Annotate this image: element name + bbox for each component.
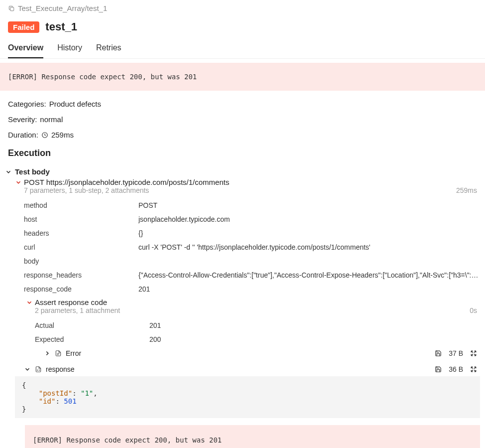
step-post-toggle[interactable]: POST https://jsonplaceholder.typicode.co…: [15, 178, 480, 186]
meta-duration: Duration: 259ms: [8, 131, 477, 139]
param-row: response_code201: [24, 282, 480, 296]
test-body-toggle[interactable]: Test body: [5, 165, 480, 178]
status-badge: Failed: [8, 21, 39, 33]
param-key: Expected: [35, 335, 149, 343]
duration-value: 259ms: [51, 131, 74, 139]
file-text-icon: [55, 350, 62, 357]
param-val: POST: [138, 201, 157, 209]
save-icon[interactable]: [435, 366, 442, 373]
step-post-time: 259ms: [456, 186, 480, 194]
attachment-response-size: 36 B: [449, 365, 463, 373]
param-val: 200: [149, 335, 161, 343]
page-header: Failed test_1: [0, 16, 485, 39]
page-title: test_1: [45, 20, 77, 33]
param-row: Expected200: [35, 332, 480, 346]
param-key: response_headers: [24, 271, 138, 279]
test-body-label: Test body: [15, 167, 50, 176]
param-key: method: [24, 201, 138, 209]
param-val: 201: [138, 285, 150, 293]
param-row: curlcurl -X 'POST' -d '' 'https://jsonpl…: [24, 240, 480, 254]
attachment-response-label: response: [46, 365, 75, 373]
param-key: body: [24, 257, 138, 265]
param-row: hostjsonplaceholder.typicode.com: [24, 212, 480, 226]
param-row: Actual201: [35, 318, 480, 332]
execution-heading: Execution: [0, 143, 485, 161]
assert-time: 0s: [470, 306, 480, 314]
tab-retries[interactable]: Retries: [96, 39, 121, 58]
duration-label: Duration:: [8, 131, 38, 139]
expand-icon[interactable]: [470, 366, 477, 373]
assert-subtitle: 2 parameters, 1 attachment: [35, 306, 120, 314]
param-key: headers: [24, 229, 138, 237]
error-banner-bottom: [ERROR] Response code expect 200, but wa…: [25, 425, 480, 448]
meta-categories: Categories: Product defects: [8, 100, 477, 108]
file-code-icon: [35, 366, 42, 373]
meta-block: Categories: Product defects Severity: no…: [0, 91, 485, 143]
assert-toggle[interactable]: Assert response code: [26, 298, 480, 306]
chevron-down-icon: [5, 168, 12, 175]
param-key: curl: [24, 243, 138, 251]
param-row: body: [24, 254, 480, 268]
tab-overview[interactable]: Overview: [8, 39, 43, 58]
error-banner-top: [ERROR] Response code expect 200, but wa…: [0, 63, 485, 91]
step-post-title: POST https://jsonplaceholder.typicode.co…: [24, 178, 229, 186]
severity-label: Severity:: [8, 115, 37, 124]
attachment-error-label: Error: [66, 349, 81, 357]
categories-value: Product defects: [49, 100, 101, 108]
attachment-error-size: 37 B: [449, 349, 463, 357]
param-val: {"Access-Control-Allow-Credentials":["tr…: [138, 271, 480, 279]
breadcrumb-text: Test_Execute_Array/test_1: [18, 4, 107, 12]
step-post-subtitle: 7 parameters, 1 sub-step, 2 attachments: [24, 186, 149, 194]
attachment-error[interactable]: Error 37 B: [35, 346, 480, 360]
param-val: 201: [149, 321, 161, 329]
chevron-down-icon: [24, 366, 31, 373]
categories-label: Categories:: [8, 100, 46, 108]
meta-severity: Severity: normal: [8, 115, 477, 124]
attachment-response[interactable]: response 36 B: [15, 362, 480, 376]
svg-rect-0: [10, 7, 14, 10]
clock-icon: [41, 132, 48, 139]
severity-value: normal: [40, 115, 63, 124]
param-key: response_code: [24, 285, 138, 293]
copy-icon[interactable]: [8, 5, 15, 12]
param-val: {}: [138, 229, 143, 237]
tab-history[interactable]: History: [57, 39, 82, 58]
chevron-down-icon: [26, 299, 33, 306]
tabs: Overview History Retries: [0, 39, 485, 59]
chevron-right-icon: [44, 350, 51, 357]
param-val: jsonplaceholder.typicode.com: [138, 215, 230, 223]
response-body-code: { "postId": "1", "id": 501 }: [15, 376, 480, 418]
param-key: Actual: [35, 321, 149, 329]
breadcrumb: Test_Execute_Array/test_1: [0, 0, 485, 16]
param-val: curl -X 'POST' -d '' 'https://jsonplaceh…: [138, 243, 370, 251]
chevron-down-icon: [15, 179, 22, 186]
assert-title: Assert response code: [35, 298, 107, 306]
param-row: headers{}: [24, 226, 480, 240]
param-row: response_headers{"Access-Control-Allow-C…: [24, 268, 480, 282]
save-icon[interactable]: [435, 350, 442, 357]
param-key: host: [24, 215, 138, 223]
expand-icon[interactable]: [470, 350, 477, 357]
param-row: methodPOST: [24, 198, 480, 212]
